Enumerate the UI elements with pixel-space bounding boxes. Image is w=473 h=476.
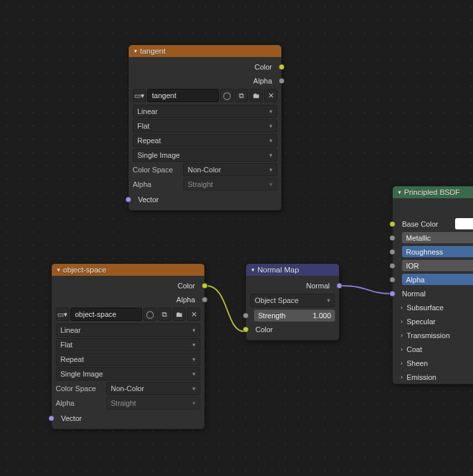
normal-label: Normal bbox=[401, 290, 473, 298]
expand-icon[interactable]: › bbox=[401, 374, 403, 381]
node-header[interactable]: ▾ Principled BSDF bbox=[393, 186, 473, 198]
node-header[interactable]: ▾ object-space bbox=[52, 264, 204, 276]
output-socket-color[interactable] bbox=[202, 282, 208, 288]
chevron-down-icon: ▾ bbox=[192, 400, 196, 406]
output-alpha-label: Alpha bbox=[176, 296, 195, 304]
node-principled-bsdf[interactable]: ▾ Principled BSDF Base Color Metallic Ro… bbox=[392, 186, 473, 385]
chevron-down-icon: ▾ bbox=[269, 108, 273, 115]
alpha-mode-label: Alpha bbox=[133, 180, 180, 188]
unlink-icon[interactable]: ✕ bbox=[187, 308, 200, 321]
roughness-input[interactable]: Roughness bbox=[402, 246, 473, 257]
projection-select[interactable]: Flat▾ bbox=[133, 119, 277, 133]
input-socket-strength[interactable] bbox=[243, 312, 249, 318]
image-browse-icon[interactable]: ▭▾ bbox=[133, 89, 146, 102]
sheen-group[interactable]: Sheen bbox=[405, 359, 473, 367]
output-socket-alpha[interactable] bbox=[279, 78, 285, 84]
input-socket-metallic[interactable] bbox=[389, 235, 395, 241]
input-socket-base-color[interactable] bbox=[389, 221, 395, 227]
node-title: Principled BSDF bbox=[404, 188, 460, 196]
output-socket-normal[interactable] bbox=[336, 282, 342, 288]
node-object-space-image-texture[interactable]: ▾ object-space Color Alpha ▭▾ object-spa… bbox=[51, 263, 205, 430]
open-image-icon[interactable]: 🖿 bbox=[172, 308, 186, 321]
image-name-input[interactable]: tangent bbox=[147, 89, 219, 102]
specular-group[interactable]: Specular bbox=[405, 318, 473, 326]
input-vector-label: Vector bbox=[138, 196, 159, 204]
input-socket-alpha[interactable] bbox=[389, 276, 395, 282]
input-socket-color[interactable] bbox=[243, 326, 249, 332]
subsurface-group[interactable]: Subsurface bbox=[405, 304, 473, 312]
alpha-mode-select[interactable]: Straight▾ bbox=[106, 396, 200, 410]
input-color-label: Color bbox=[255, 326, 273, 333]
collapse-icon[interactable]: ▾ bbox=[398, 189, 401, 196]
ior-input[interactable]: IOR bbox=[402, 260, 473, 271]
input-socket-normal[interactable] bbox=[389, 290, 395, 296]
output-color-label: Color bbox=[178, 282, 195, 290]
input-socket-vector[interactable] bbox=[48, 415, 54, 421]
metallic-input[interactable]: Metallic bbox=[402, 232, 473, 243]
base-color-swatch[interactable] bbox=[455, 218, 473, 229]
expand-icon[interactable]: › bbox=[401, 332, 403, 339]
node-tangent-image-texture[interactable]: ▾ tangent Color Alpha ▭▾ tangent ◯ ⧉ 🖿 ✕… bbox=[128, 44, 282, 211]
expand-icon[interactable]: › bbox=[401, 304, 403, 311]
image-browse-icon[interactable]: ▭▾ bbox=[56, 308, 69, 321]
chevron-down-icon: ▾ bbox=[192, 385, 196, 392]
space-select[interactable]: Object Space▾ bbox=[250, 294, 335, 307]
interpolation-select[interactable]: Linear▾ bbox=[56, 324, 200, 337]
alpha-mode-label: Alpha bbox=[56, 399, 103, 407]
duplicate-icon[interactable]: ⧉ bbox=[158, 308, 171, 321]
output-color-label: Color bbox=[255, 63, 272, 71]
chevron-down-icon: ▾ bbox=[192, 356, 196, 363]
alpha-mode-select[interactable]: Straight▾ bbox=[183, 178, 277, 191]
output-socket-alpha[interactable] bbox=[202, 296, 208, 302]
coat-group[interactable]: Coat bbox=[405, 345, 473, 353]
expand-icon[interactable]: › bbox=[401, 318, 403, 325]
chevron-down-icon: ▾ bbox=[269, 181, 273, 188]
alpha-input[interactable]: Alpha bbox=[402, 274, 473, 285]
base-color-label: Base Color bbox=[401, 220, 454, 228]
collapse-icon[interactable]: ▾ bbox=[251, 267, 255, 273]
node-title: object-space bbox=[63, 266, 106, 274]
color-space-select[interactable]: Non-Color▾ bbox=[183, 163, 277, 176]
chevron-down-icon: ▾ bbox=[192, 327, 196, 333]
strength-input[interactable]: Strength 1.000 bbox=[254, 310, 335, 322]
expand-icon[interactable]: › bbox=[401, 360, 403, 367]
node-title: tangent bbox=[140, 47, 165, 55]
collapse-icon[interactable]: ▾ bbox=[134, 48, 137, 54]
image-name-input[interactable]: object-space bbox=[70, 308, 142, 321]
node-title: Normal Map bbox=[257, 266, 299, 274]
interpolation-select[interactable]: Linear▾ bbox=[133, 105, 277, 118]
open-image-icon[interactable]: 🖿 bbox=[249, 89, 263, 102]
extension-select[interactable]: Repeat▾ bbox=[133, 134, 277, 147]
transmission-group[interactable]: Transmission bbox=[405, 331, 473, 339]
duplicate-icon[interactable]: ⧉ bbox=[235, 89, 248, 102]
chevron-down-icon: ▾ bbox=[269, 137, 273, 144]
chevron-down-icon: ▾ bbox=[269, 123, 273, 129]
color-space-select[interactable]: Non-Color▾ bbox=[106, 382, 200, 395]
color-space-label: Color Space bbox=[133, 166, 180, 174]
unlink-icon[interactable]: ✕ bbox=[264, 89, 277, 102]
input-vector-label: Vector bbox=[61, 414, 82, 422]
input-socket-vector[interactable] bbox=[125, 196, 131, 202]
node-normal-map[interactable]: ▾ Normal Map Normal Object Space▾ Streng… bbox=[245, 263, 340, 341]
collapse-icon[interactable]: ▾ bbox=[57, 267, 60, 273]
output-normal-label: Normal bbox=[306, 282, 330, 290]
node-header[interactable]: ▾ tangent bbox=[129, 45, 281, 57]
chevron-down-icon: ▾ bbox=[327, 297, 330, 304]
chevron-down-icon: ▾ bbox=[192, 371, 196, 377]
emission-group[interactable]: Emission bbox=[405, 373, 473, 381]
color-space-label: Color Space bbox=[56, 385, 103, 392]
chevron-down-icon: ▾ bbox=[269, 166, 273, 173]
input-socket-ior[interactable] bbox=[389, 263, 395, 268]
source-select[interactable]: Single Image▾ bbox=[56, 367, 200, 381]
expand-icon[interactable]: › bbox=[401, 346, 403, 353]
input-socket-roughness[interactable] bbox=[389, 249, 395, 255]
chevron-down-icon: ▾ bbox=[269, 152, 273, 158]
fake-user-icon[interactable]: ◯ bbox=[143, 308, 157, 321]
source-select[interactable]: Single Image▾ bbox=[133, 149, 277, 162]
node-header[interactable]: ▾ Normal Map bbox=[246, 264, 339, 276]
projection-select[interactable]: Flat▾ bbox=[56, 338, 200, 351]
extension-select[interactable]: Repeat▾ bbox=[56, 353, 200, 366]
output-alpha-label: Alpha bbox=[253, 77, 272, 85]
output-socket-color[interactable] bbox=[279, 64, 285, 70]
fake-user-icon[interactable]: ◯ bbox=[220, 89, 234, 102]
